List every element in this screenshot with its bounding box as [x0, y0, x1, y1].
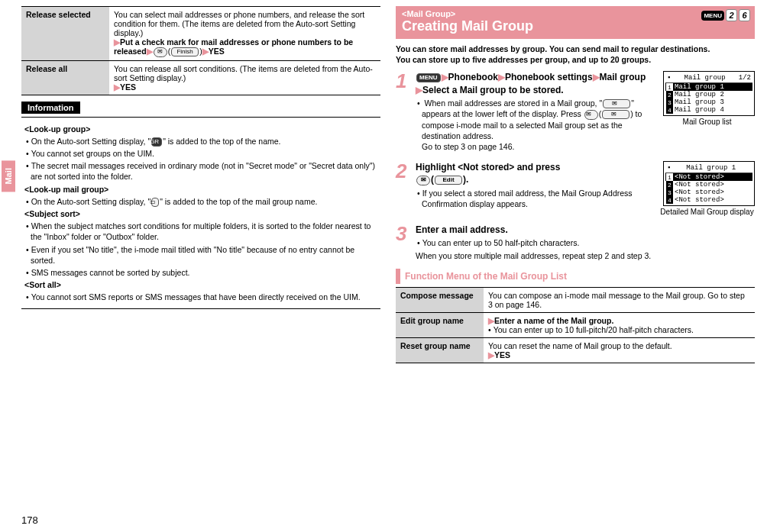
shortcut-badges: MENU 2 6 — [701, 9, 750, 21]
mail-compose-icon: ✉ — [602, 110, 629, 119]
info-item: The secret mail messages received in ord… — [31, 160, 377, 182]
option-desc: You can release all sort conditions. (Th… — [109, 60, 380, 95]
yes-text: YES — [120, 82, 136, 92]
option-desc: You can reset the name of Mail group to … — [484, 337, 755, 363]
detailed-mail-group-screenshot: ▪Mail group 1 1<Not stored> 2<Not stored… — [663, 161, 755, 206]
right-column: <Mail Group> Creating Mail Group MENU 2 … — [396, 6, 755, 369]
arrow-icon: ▶ — [114, 37, 120, 47]
info-item: On the Auto-sort Setting display, "▭" is… — [31, 196, 377, 207]
step-note: When you store multiple mail addresses, … — [416, 250, 755, 261]
desc-text: You can select mail addresses or phone n… — [114, 10, 364, 37]
option-desc: You can select mail addresses or phone n… — [109, 7, 380, 61]
mail-icon: ✉ — [154, 47, 167, 57]
release-options-table: Release selected You can select mail add… — [21, 6, 380, 95]
arrow-icon: ▶ — [498, 72, 505, 82]
option-name: Edit group name — [396, 312, 484, 337]
information-box: <Look-up group> On the Auto-sort Setting… — [21, 117, 380, 310]
menu-key-icon: MENU — [701, 11, 724, 21]
arrow-icon: ▶ — [488, 350, 494, 360]
step-3: 3 Enter a mail address. You can enter up… — [396, 224, 755, 261]
gr-icon: GR — [151, 137, 162, 147]
info-subheading: <Sort all> — [24, 279, 377, 290]
screenshot-caption: Detailed Mail Group display — [659, 208, 755, 216]
table-row: Edit group name ▶Enter a name of the Mai… — [396, 312, 755, 337]
info-subheading: <Look-up group> — [24, 124, 377, 134]
section-header: <Mail Group> Creating Mail Group MENU 2 … — [396, 6, 755, 39]
function-menu-heading: Function Menu of the Mail Group List — [396, 269, 755, 284]
option-note: You can enter up to 10 full-pitch/20 hal… — [488, 325, 694, 334]
mailgroup-icon: ▭ — [151, 198, 159, 207]
step-main: Highlight <Not stored> and press ✉(Edit)… — [416, 161, 655, 185]
mail-compose-icon: ✉ — [603, 99, 630, 108]
intro-text: You can store mail addresses by group. Y… — [396, 44, 755, 65]
step-note: When mail addresses are stored in a Mail… — [422, 98, 655, 152]
option-desc: ▶Enter a name of the Mail group. You can… — [484, 312, 755, 337]
table-row: Release selected You can select mail add… — [21, 7, 380, 61]
mail-icon: ✉ — [584, 110, 598, 120]
option-name: Release all — [21, 60, 109, 95]
step-number: 2 — [396, 161, 411, 216]
option-name: Reset group name — [396, 337, 484, 363]
mail-icon: ✉ — [416, 176, 430, 185]
step-number: 3 — [396, 224, 411, 261]
info-item: When the subject matches sort conditions… — [31, 221, 377, 242]
arrow-icon: ▶ — [147, 47, 153, 56]
breadcrumb: <Mail Group> — [402, 9, 749, 18]
yes-text: YES — [209, 47, 225, 56]
info-item: On the Auto-sort Setting display, "GR" i… — [31, 136, 377, 147]
key-6-icon: 6 — [739, 9, 750, 21]
left-column: Release selected You can select mail add… — [21, 6, 380, 369]
info-item: Even if you set "No title", the i-mode m… — [31, 244, 377, 266]
edit-button-icon: Edit — [435, 176, 462, 185]
info-item: SMS messages cannot be sorted by subject… — [31, 267, 377, 278]
page-title: Creating Mail Group — [402, 18, 749, 34]
finish-button-icon: Finish — [171, 47, 199, 56]
step-number: 1 — [396, 71, 411, 153]
info-item: You cannot set groups on the UIM. — [31, 148, 377, 159]
arrow-icon: ▶ — [202, 47, 209, 56]
table-row: Release all You can release all sort con… — [21, 60, 380, 95]
option-desc: You can compose an i-mode mail message t… — [484, 287, 755, 312]
arrow-icon: ▶ — [593, 72, 600, 82]
function-menu-table: Compose message You can compose an i-mod… — [396, 287, 755, 363]
desc-text: You can release all sort conditions. (Th… — [114, 64, 373, 82]
side-tab: Mail — [2, 160, 15, 192]
step-note: If you select a stored mail address, the… — [422, 188, 655, 209]
table-row: Compose message You can compose an i-mod… — [396, 287, 755, 312]
key-2-icon: 2 — [726, 9, 737, 21]
step-main: Enter a mail address. — [416, 224, 755, 236]
arrow-icon: ▶ — [416, 85, 422, 95]
step-main: MENU▶Phonebook▶Phonebook settings▶Mail g… — [416, 71, 655, 95]
info-subheading: <Subject sort> — [24, 208, 377, 219]
arrow-icon: ▶ — [488, 316, 494, 325]
info-subheading: <Look-up mail group> — [24, 184, 377, 195]
option-name: Release selected — [21, 7, 109, 61]
page-number: 178 — [21, 514, 38, 526]
information-heading: Information — [21, 102, 80, 114]
step-note: You can enter up to 50 half-pitch charac… — [422, 237, 755, 248]
arrow-icon: ▶ — [114, 82, 120, 92]
screenshot-caption: Mail Group list — [659, 118, 755, 126]
info-item: You cannot sort SMS reports or SMS messa… — [31, 292, 377, 302]
menu-key-icon: MENU — [416, 73, 441, 82]
step-1: 1 MENU▶Phonebook▶Phonebook settings▶Mail… — [396, 71, 755, 153]
mail-group-list-screenshot: ▪Mail group1/2 1Mail group 1 2Mail group… — [663, 71, 755, 116]
arrow-icon: ▶ — [442, 72, 448, 82]
table-row: Reset group name You can reset the name … — [396, 337, 755, 363]
step-2: 2 Highlight <Not stored> and press ✉(Edi… — [396, 161, 755, 216]
option-name: Compose message — [396, 287, 484, 312]
